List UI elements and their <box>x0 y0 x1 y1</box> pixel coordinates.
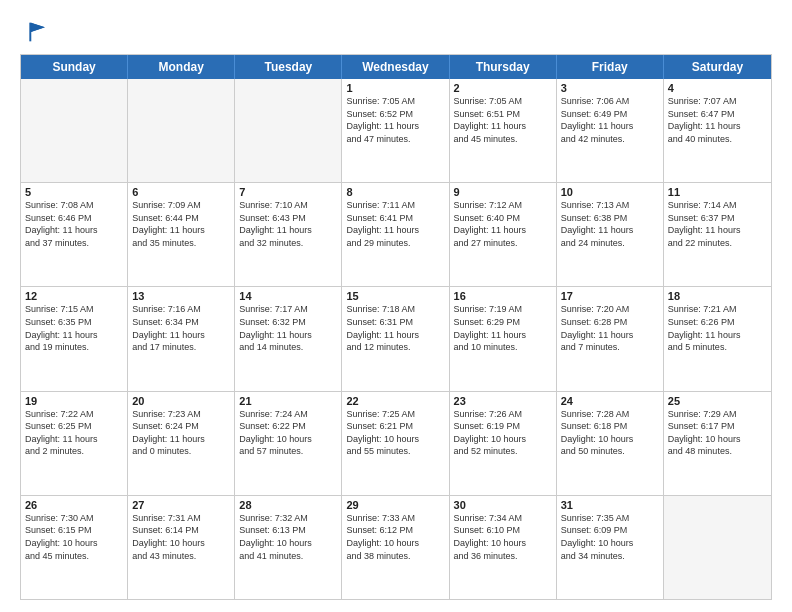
calendar-cell: 25Sunrise: 7:29 AM Sunset: 6:17 PM Dayli… <box>664 392 771 495</box>
calendar-cell: 12Sunrise: 7:15 AM Sunset: 6:35 PM Dayli… <box>21 287 128 390</box>
weekday-header: Saturday <box>664 55 771 79</box>
cell-info: Sunrise: 7:12 AM Sunset: 6:40 PM Dayligh… <box>454 199 552 249</box>
cell-info: Sunrise: 7:05 AM Sunset: 6:51 PM Dayligh… <box>454 95 552 145</box>
day-number: 21 <box>239 395 337 407</box>
calendar-cell <box>235 79 342 182</box>
day-number: 2 <box>454 82 552 94</box>
svg-rect-0 <box>20 18 48 46</box>
cell-info: Sunrise: 7:23 AM Sunset: 6:24 PM Dayligh… <box>132 408 230 458</box>
calendar-cell: 5Sunrise: 7:08 AM Sunset: 6:46 PM Daylig… <box>21 183 128 286</box>
cell-info: Sunrise: 7:09 AM Sunset: 6:44 PM Dayligh… <box>132 199 230 249</box>
day-number: 24 <box>561 395 659 407</box>
day-number: 11 <box>668 186 767 198</box>
cell-info: Sunrise: 7:35 AM Sunset: 6:09 PM Dayligh… <box>561 512 659 562</box>
calendar-cell: 22Sunrise: 7:25 AM Sunset: 6:21 PM Dayli… <box>342 392 449 495</box>
cell-info: Sunrise: 7:16 AM Sunset: 6:34 PM Dayligh… <box>132 303 230 353</box>
calendar-row: 5Sunrise: 7:08 AM Sunset: 6:46 PM Daylig… <box>21 183 771 287</box>
logo-icon <box>20 18 48 46</box>
cell-info: Sunrise: 7:17 AM Sunset: 6:32 PM Dayligh… <box>239 303 337 353</box>
cell-info: Sunrise: 7:06 AM Sunset: 6:49 PM Dayligh… <box>561 95 659 145</box>
cell-info: Sunrise: 7:15 AM Sunset: 6:35 PM Dayligh… <box>25 303 123 353</box>
day-number: 13 <box>132 290 230 302</box>
calendar-cell <box>664 496 771 599</box>
calendar-cell: 23Sunrise: 7:26 AM Sunset: 6:19 PM Dayli… <box>450 392 557 495</box>
day-number: 31 <box>561 499 659 511</box>
calendar-cell: 24Sunrise: 7:28 AM Sunset: 6:18 PM Dayli… <box>557 392 664 495</box>
calendar-cell: 6Sunrise: 7:09 AM Sunset: 6:44 PM Daylig… <box>128 183 235 286</box>
calendar-cell: 14Sunrise: 7:17 AM Sunset: 6:32 PM Dayli… <box>235 287 342 390</box>
weekday-header: Monday <box>128 55 235 79</box>
svg-rect-3 <box>29 23 31 42</box>
cell-info: Sunrise: 7:31 AM Sunset: 6:14 PM Dayligh… <box>132 512 230 562</box>
cell-info: Sunrise: 7:18 AM Sunset: 6:31 PM Dayligh… <box>346 303 444 353</box>
day-number: 5 <box>25 186 123 198</box>
day-number: 27 <box>132 499 230 511</box>
calendar-cell: 30Sunrise: 7:34 AM Sunset: 6:10 PM Dayli… <box>450 496 557 599</box>
calendar-cell: 31Sunrise: 7:35 AM Sunset: 6:09 PM Dayli… <box>557 496 664 599</box>
calendar-cell: 20Sunrise: 7:23 AM Sunset: 6:24 PM Dayli… <box>128 392 235 495</box>
cell-info: Sunrise: 7:34 AM Sunset: 6:10 PM Dayligh… <box>454 512 552 562</box>
cell-info: Sunrise: 7:22 AM Sunset: 6:25 PM Dayligh… <box>25 408 123 458</box>
calendar-row: 26Sunrise: 7:30 AM Sunset: 6:15 PM Dayli… <box>21 496 771 599</box>
cell-info: Sunrise: 7:07 AM Sunset: 6:47 PM Dayligh… <box>668 95 767 145</box>
day-number: 7 <box>239 186 337 198</box>
cell-info: Sunrise: 7:28 AM Sunset: 6:18 PM Dayligh… <box>561 408 659 458</box>
cell-info: Sunrise: 7:05 AM Sunset: 6:52 PM Dayligh… <box>346 95 444 145</box>
cell-info: Sunrise: 7:13 AM Sunset: 6:38 PM Dayligh… <box>561 199 659 249</box>
calendar-row: 19Sunrise: 7:22 AM Sunset: 6:25 PM Dayli… <box>21 392 771 496</box>
day-number: 19 <box>25 395 123 407</box>
calendar-cell: 4Sunrise: 7:07 AM Sunset: 6:47 PM Daylig… <box>664 79 771 182</box>
day-number: 29 <box>346 499 444 511</box>
day-number: 10 <box>561 186 659 198</box>
day-number: 26 <box>25 499 123 511</box>
cell-info: Sunrise: 7:32 AM Sunset: 6:13 PM Dayligh… <box>239 512 337 562</box>
cell-info: Sunrise: 7:10 AM Sunset: 6:43 PM Dayligh… <box>239 199 337 249</box>
day-number: 20 <box>132 395 230 407</box>
calendar-cell: 29Sunrise: 7:33 AM Sunset: 6:12 PM Dayli… <box>342 496 449 599</box>
cell-info: Sunrise: 7:24 AM Sunset: 6:22 PM Dayligh… <box>239 408 337 458</box>
calendar-cell <box>21 79 128 182</box>
calendar-cell: 27Sunrise: 7:31 AM Sunset: 6:14 PM Dayli… <box>128 496 235 599</box>
calendar-cell: 15Sunrise: 7:18 AM Sunset: 6:31 PM Dayli… <box>342 287 449 390</box>
calendar-cell: 11Sunrise: 7:14 AM Sunset: 6:37 PM Dayli… <box>664 183 771 286</box>
day-number: 9 <box>454 186 552 198</box>
weekday-header: Sunday <box>21 55 128 79</box>
calendar-cell: 18Sunrise: 7:21 AM Sunset: 6:26 PM Dayli… <box>664 287 771 390</box>
calendar-cell: 8Sunrise: 7:11 AM Sunset: 6:41 PM Daylig… <box>342 183 449 286</box>
logo <box>20 18 52 46</box>
day-number: 30 <box>454 499 552 511</box>
calendar-cell: 1Sunrise: 7:05 AM Sunset: 6:52 PM Daylig… <box>342 79 449 182</box>
cell-info: Sunrise: 7:25 AM Sunset: 6:21 PM Dayligh… <box>346 408 444 458</box>
calendar-cell: 26Sunrise: 7:30 AM Sunset: 6:15 PM Dayli… <box>21 496 128 599</box>
day-number: 18 <box>668 290 767 302</box>
cell-info: Sunrise: 7:33 AM Sunset: 6:12 PM Dayligh… <box>346 512 444 562</box>
cell-info: Sunrise: 7:08 AM Sunset: 6:46 PM Dayligh… <box>25 199 123 249</box>
day-number: 8 <box>346 186 444 198</box>
day-number: 6 <box>132 186 230 198</box>
day-number: 14 <box>239 290 337 302</box>
calendar-cell: 28Sunrise: 7:32 AM Sunset: 6:13 PM Dayli… <box>235 496 342 599</box>
cell-info: Sunrise: 7:11 AM Sunset: 6:41 PM Dayligh… <box>346 199 444 249</box>
calendar-cell: 2Sunrise: 7:05 AM Sunset: 6:51 PM Daylig… <box>450 79 557 182</box>
calendar-row: 1Sunrise: 7:05 AM Sunset: 6:52 PM Daylig… <box>21 79 771 183</box>
weekday-header: Tuesday <box>235 55 342 79</box>
day-number: 28 <box>239 499 337 511</box>
day-number: 25 <box>668 395 767 407</box>
weekday-header: Friday <box>557 55 664 79</box>
calendar-header: SundayMondayTuesdayWednesdayThursdayFrid… <box>21 55 771 79</box>
header <box>20 18 772 46</box>
weekday-header: Wednesday <box>342 55 449 79</box>
calendar-cell: 17Sunrise: 7:20 AM Sunset: 6:28 PM Dayli… <box>557 287 664 390</box>
calendar-cell: 13Sunrise: 7:16 AM Sunset: 6:34 PM Dayli… <box>128 287 235 390</box>
day-number: 12 <box>25 290 123 302</box>
day-number: 3 <box>561 82 659 94</box>
calendar-cell: 7Sunrise: 7:10 AM Sunset: 6:43 PM Daylig… <box>235 183 342 286</box>
calendar-cell: 21Sunrise: 7:24 AM Sunset: 6:22 PM Dayli… <box>235 392 342 495</box>
calendar: SundayMondayTuesdayWednesdayThursdayFrid… <box>20 54 772 600</box>
cell-info: Sunrise: 7:21 AM Sunset: 6:26 PM Dayligh… <box>668 303 767 353</box>
calendar-row: 12Sunrise: 7:15 AM Sunset: 6:35 PM Dayli… <box>21 287 771 391</box>
cell-info: Sunrise: 7:29 AM Sunset: 6:17 PM Dayligh… <box>668 408 767 458</box>
day-number: 16 <box>454 290 552 302</box>
day-number: 15 <box>346 290 444 302</box>
page: SundayMondayTuesdayWednesdayThursdayFrid… <box>0 0 792 612</box>
